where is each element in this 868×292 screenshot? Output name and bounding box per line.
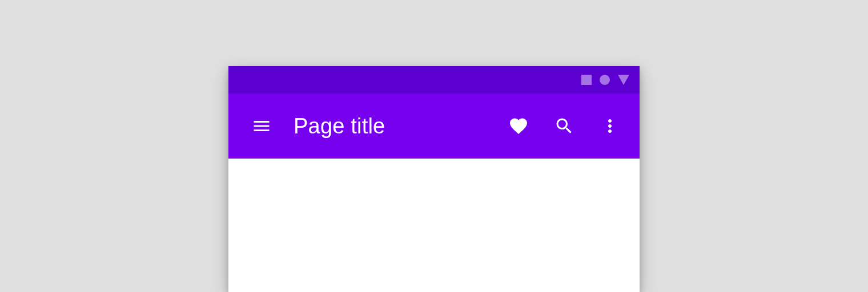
status-triangle-icon: [618, 75, 629, 85]
more-vert-icon: [600, 116, 620, 136]
nav-menu-button[interactable]: [248, 112, 275, 140]
heart-icon: [508, 116, 529, 136]
status-circle-icon: [600, 75, 610, 85]
search-button[interactable]: [550, 112, 578, 140]
page-content: [228, 159, 640, 292]
app-bar-actions: [505, 112, 624, 140]
status-square-icon: [581, 75, 592, 85]
favorite-button[interactable]: [505, 112, 532, 140]
overflow-menu-button[interactable]: [596, 112, 624, 140]
page-title: Page title: [294, 114, 505, 139]
menu-icon: [251, 116, 272, 136]
search-icon: [554, 116, 574, 136]
device-frame: Page title: [228, 66, 640, 292]
status-bar: [228, 66, 640, 94]
app-bar: Page title: [228, 94, 640, 159]
